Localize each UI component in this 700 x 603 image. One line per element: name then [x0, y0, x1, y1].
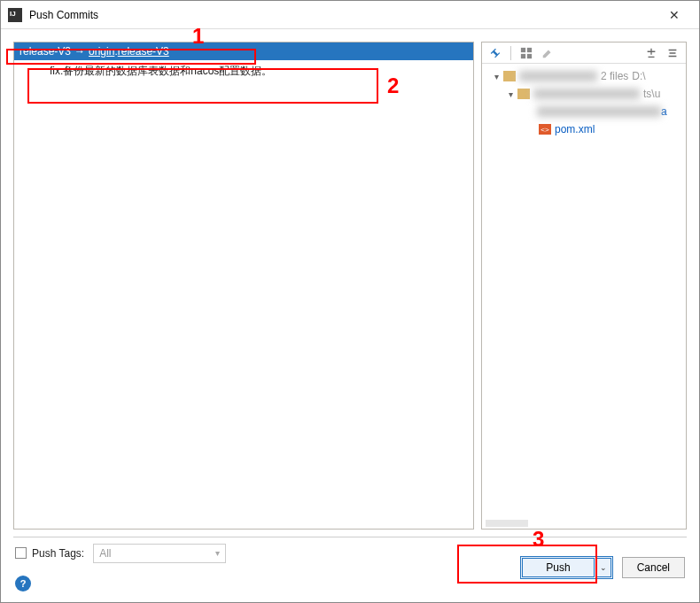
window-title: Push Commits: [29, 9, 657, 21]
edit-icon[interactable]: [538, 44, 557, 62]
local-branch: release-V3: [19, 45, 71, 58]
bottom-bar: Push Tags: All ? Push ⌄ Cancel: [13, 537, 687, 590]
tree-sub-row[interactable]: ▾ ts\u: [484, 85, 684, 103]
tree-file-row[interactable]: <> pom.xml: [484, 120, 684, 138]
toolbar-divider: [510, 46, 511, 60]
file-a-suffix: a: [661, 105, 667, 118]
app-icon: [8, 8, 22, 22]
branch-row[interactable]: release-V3 → origin : release-V3: [14, 43, 473, 60]
help-button[interactable]: ?: [15, 576, 31, 591]
remote-branch-link[interactable]: release-V3: [118, 45, 169, 58]
expand-all-icon[interactable]: [642, 44, 661, 62]
arrow-icon: →: [74, 45, 85, 58]
file-name: pom.xml: [555, 123, 595, 135]
chevron-down-icon[interactable]: ▾: [491, 72, 502, 81]
svg-rect-0: [521, 47, 525, 51]
pin-icon[interactable]: [486, 44, 505, 62]
commits-panel: release-V3 → origin : release-V3 fix:备份最…: [13, 42, 474, 530]
main-row: release-V3 → origin : release-V3 fix:备份最…: [13, 42, 687, 530]
push-commits-dialog: Push Commits ✕ 1 2 3 release-V3 → origin…: [0, 0, 700, 603]
push-button[interactable]: Push: [522, 558, 594, 577]
redacted-file-a: [537, 106, 661, 117]
push-dropdown-button[interactable]: ⌄: [595, 558, 611, 577]
remote-link[interactable]: origin: [89, 45, 114, 58]
push-tags-checkbox[interactable]: [15, 547, 27, 559]
push-button-group: Push ⌄: [520, 556, 612, 579]
dialog-content: 1 2 3 release-V3 → origin : release-V3 f…: [1, 29, 699, 602]
collapse-all-icon[interactable]: [663, 44, 682, 62]
button-row: Push ⌄ Cancel: [520, 556, 685, 579]
commit-message[interactable]: fix:备份最新的数据库表数据和nacos配置数据。: [14, 60, 473, 82]
redacted-sub-name: [533, 89, 640, 99]
tree-file-row[interactable]: a: [484, 103, 684, 120]
redacted-root-name: [519, 71, 597, 81]
files-tree[interactable]: ▾ 2 files D:\ ▾ ts\u a: [482, 64, 686, 529]
sub-path-hint: ts\u: [643, 88, 660, 100]
xml-file-icon: <>: [539, 124, 551, 135]
root-path-hint: D:\: [632, 70, 645, 82]
folder-icon: [503, 71, 516, 81]
tree-root-row[interactable]: ▾ 2 files D:\: [484, 67, 684, 85]
files-toolbar: [482, 43, 686, 64]
push-tags-label: Push Tags:: [32, 547, 84, 560]
folder-icon: [517, 89, 530, 99]
titlebar: Push Commits ✕: [1, 1, 699, 29]
svg-rect-1: [527, 47, 532, 51]
horizontal-scroll-hint[interactable]: [486, 520, 528, 527]
group-icon[interactable]: [517, 44, 536, 62]
push-tags-select[interactable]: All: [93, 544, 226, 563]
svg-rect-3: [527, 53, 532, 58]
files-panel: ▾ 2 files D:\ ▾ ts\u a: [481, 42, 687, 530]
root-file-count: 2 files: [601, 70, 628, 82]
chevron-down-icon[interactable]: ▾: [505, 89, 516, 99]
close-button[interactable]: ✕: [657, 1, 692, 29]
svg-rect-2: [521, 53, 525, 58]
cancel-button[interactable]: Cancel: [622, 557, 685, 578]
